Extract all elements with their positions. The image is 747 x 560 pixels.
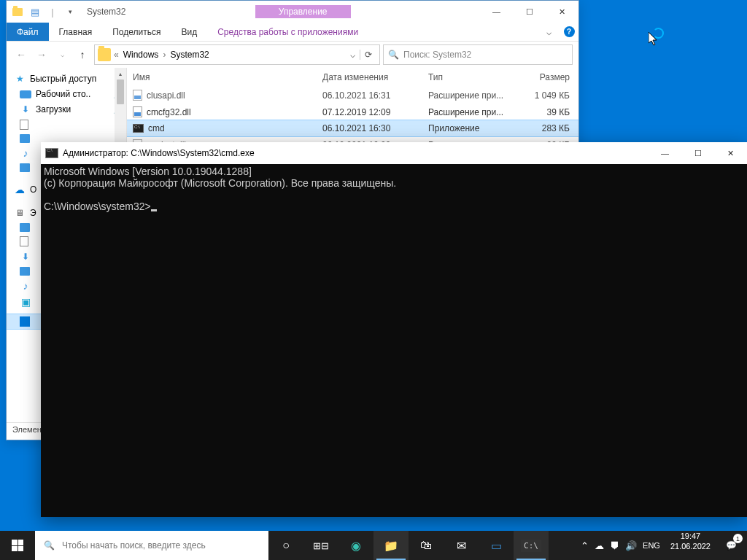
window-title: System32 xyxy=(87,7,125,17)
file-date: 06.10.2021 16:30 xyxy=(317,122,422,135)
store-icon: 🛍 xyxy=(420,539,432,552)
file-size: 1 049 КБ xyxy=(525,89,576,102)
term-line: Microsoft Windows [Version 10.0.19044.12… xyxy=(44,166,252,177)
col-size[interactable]: Размер xyxy=(525,69,576,85)
nav-recent-icon[interactable]: ⌵ xyxy=(53,46,71,63)
file-date: 07.12.2019 12:09 xyxy=(317,106,422,119)
cloud-icon: ☁ xyxy=(14,184,26,195)
ribbon: Файл Главная Поделиться Вид Средства раб… xyxy=(7,23,578,42)
3d-icon: ▣ xyxy=(20,296,31,308)
file-size: 283 КБ xyxy=(525,122,576,135)
term-prompt: C:\Windows\system32> xyxy=(44,201,151,212)
tab-view[interactable]: Вид xyxy=(171,23,207,41)
address-bar: ← → ⌵ ↑ « Windows › System32 ⌵ ⟳ 🔍 Поиск… xyxy=(7,42,578,68)
cmd-icon xyxy=(45,148,58,158)
sidebar-item[interactable] xyxy=(7,117,126,132)
file-row[interactable]: clusapi.dll06.10.2021 16:31Расширение пр… xyxy=(127,87,578,104)
search-placeholder: Чтобы начать поиск, введите здесь xyxy=(62,540,206,551)
volume-icon[interactable]: 🔊 xyxy=(625,540,637,551)
nav-back-button[interactable]: ← xyxy=(12,46,30,63)
start-button[interactable] xyxy=(0,531,35,560)
titlebar[interactable]: ▤ | ▾ System32 Управление ― ☐ ✕ xyxy=(7,1,578,23)
system-tray: ⌃ ☁ ⛊ 🔊 ENG xyxy=(575,531,666,560)
close-button[interactable]: ✕ xyxy=(714,142,747,164)
sidebar-desktop[interactable]: Рабочий сто..📌 xyxy=(7,87,126,101)
onedrive-icon[interactable]: ☁ xyxy=(595,540,604,551)
pc-icon: 🖥 xyxy=(14,207,26,219)
edge-icon: ◉ xyxy=(351,539,361,553)
file-type: Расширение при... xyxy=(422,89,525,102)
maximize-button[interactable]: ☐ xyxy=(513,1,546,23)
terminal-output[interactable]: Microsoft Windows [Version 10.0.19044.12… xyxy=(41,164,747,517)
photos-icon: ▭ xyxy=(491,539,502,553)
windows-icon xyxy=(20,316,30,327)
documents-icon xyxy=(20,236,28,246)
taskbar-photos[interactable]: ▭ xyxy=(479,531,514,560)
file-type: Приложение xyxy=(422,122,525,135)
taskview-icon: ⊞⊟ xyxy=(313,540,329,551)
documents-icon xyxy=(20,120,28,130)
cmd-titlebar[interactable]: Администратор: C:\Windows\System32\cmd.e… xyxy=(41,142,747,164)
music-icon: ♪ xyxy=(20,280,31,292)
dll-icon xyxy=(133,106,142,117)
minimize-button[interactable]: ― xyxy=(649,142,681,164)
file-name: clusapi.dll xyxy=(147,90,185,101)
clock-time: 19:47 xyxy=(670,531,711,541)
breadcrumb-seg[interactable]: Windows xyxy=(119,50,163,60)
desktop-icon xyxy=(20,90,31,98)
cursor xyxy=(151,209,157,211)
col-name[interactable]: Имя xyxy=(127,69,317,85)
security-icon[interactable]: ⛊ xyxy=(610,540,619,551)
minimize-button[interactable]: ― xyxy=(480,1,513,23)
search-box[interactable]: 🔍 Поиск: System32 xyxy=(383,44,573,65)
sidebar-label: Э xyxy=(30,208,36,218)
taskbar-edge[interactable]: ◉ xyxy=(338,531,374,560)
taskbar-clock[interactable]: 19:47 21.06.2022 xyxy=(666,531,715,560)
taskbar-cmd[interactable]: C:\ xyxy=(514,531,549,560)
pictures-icon xyxy=(20,267,30,276)
tab-home[interactable]: Главная xyxy=(49,23,103,41)
action-center-button[interactable]: 💬 1 xyxy=(715,531,747,560)
cmd-title: Администратор: C:\Windows\System32\cmd.e… xyxy=(63,148,255,158)
file-row[interactable]: cmcfg32.dll07.12.2019 12:09Расширение пр… xyxy=(127,104,578,120)
tab-share[interactable]: Поделиться xyxy=(102,23,171,41)
qat-chevron-icon[interactable]: ▾ xyxy=(62,4,78,20)
refresh-button[interactable]: ⟳ xyxy=(360,50,376,60)
taskbar-mail[interactable]: ✉ xyxy=(444,531,479,560)
language-indicator[interactable]: ENG xyxy=(643,541,660,550)
breadcrumb[interactable]: « Windows › System32 ⌵ ⟳ xyxy=(94,44,380,65)
clock-date: 21.06.2022 xyxy=(670,541,711,551)
tab-tools[interactable]: Средства работы с приложениями xyxy=(207,23,368,41)
taskbar-store[interactable]: 🛍 xyxy=(409,531,444,560)
taskbar: 🔍Чтобы начать поиск, введите здесь ○ ⊞⊟ … xyxy=(0,531,747,560)
file-row[interactable]: cmd06.10.2021 16:30Приложение283 КБ xyxy=(127,120,578,136)
help-button[interactable]: ? xyxy=(560,23,578,41)
videos-icon xyxy=(20,163,30,172)
col-type[interactable]: Тип xyxy=(422,69,525,85)
file-size: 39 КБ xyxy=(525,106,576,119)
close-button[interactable]: ✕ xyxy=(546,1,578,23)
windows-icon xyxy=(12,540,23,551)
tab-file[interactable]: Файл xyxy=(7,23,49,41)
breadcrumb-sep-icon[interactable]: « xyxy=(114,50,119,60)
sidebar-downloads[interactable]: ⬇Загрузки📌 xyxy=(7,101,126,117)
folder-icon xyxy=(9,4,26,20)
notification-badge: 1 xyxy=(733,534,743,543)
download-icon: ⬇ xyxy=(20,251,31,262)
nav-up-button[interactable]: ↑ xyxy=(74,46,91,63)
properties-icon[interactable]: ▤ xyxy=(27,4,43,20)
taskbar-search[interactable]: 🔍Чтобы начать поиск, введите здесь xyxy=(35,531,268,560)
col-date[interactable]: Дата изменения xyxy=(317,69,422,85)
search-placeholder: Поиск: System32 xyxy=(403,50,471,60)
file-name: cmd xyxy=(148,123,165,133)
ribbon-expand-icon[interactable]: ⌵ xyxy=(538,23,560,41)
cortana-button[interactable]: ○ xyxy=(268,531,303,560)
tray-chevron-icon[interactable]: ⌃ xyxy=(581,540,589,551)
maximize-button[interactable]: ☐ xyxy=(681,142,714,164)
sidebar-quick-access[interactable]: ★Быстрый доступ xyxy=(7,71,126,87)
taskbar-explorer[interactable]: 📁 xyxy=(374,531,409,560)
taskview-button[interactable]: ⊞⊟ xyxy=(303,531,338,560)
breadcrumb-seg[interactable]: System32 xyxy=(166,50,213,60)
breadcrumb-dropdown-icon[interactable]: ⌵ xyxy=(346,50,360,60)
dll-icon xyxy=(133,90,142,101)
